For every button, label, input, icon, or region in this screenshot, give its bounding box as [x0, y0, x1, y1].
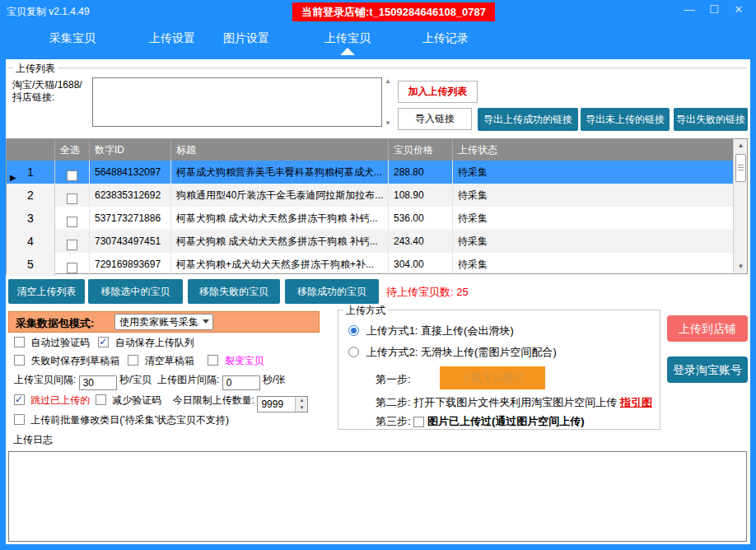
- cell-title: 柯基犬狗粮 成犬幼犬天然多拼冻干狗粮 补钙...: [171, 207, 389, 230]
- upload-method-group-label: 上传方式: [343, 304, 388, 318]
- tab-bar: 采集宝贝 上传设置 图片设置 上传宝贝 上传记录: [0, 23, 756, 59]
- row-number: 2: [7, 184, 55, 207]
- auto-captcha-label: 自动过验证码: [30, 337, 90, 348]
- row-number: 4: [7, 230, 55, 253]
- import-links-button[interactable]: 导入链接: [398, 108, 472, 130]
- scroll-up-icon[interactable]: ▲: [385, 77, 391, 85]
- link-label-line1: 淘宝/天猫/1688/: [12, 79, 82, 91]
- remove-failed-items-button[interactable]: 移除失败的宝贝: [188, 279, 280, 304]
- table-header: 全选 数字ID 标题 宝贝价格 上传状态: [7, 139, 734, 161]
- cell-id: 623835312692: [90, 184, 171, 207]
- links-input[interactable]: [92, 77, 382, 127]
- scrollbar-thumb[interactable]: [735, 154, 746, 182]
- spinner-up-icon[interactable]: ▲: [296, 397, 307, 404]
- row-checkbox[interactable]: [67, 240, 77, 250]
- save-draft-on-fail-checkbox[interactable]: [14, 355, 25, 366]
- scroll-down-icon[interactable]: ▼: [385, 119, 391, 127]
- upload-list-group-label: 上传列表: [13, 62, 58, 76]
- auto-captcha-checkbox[interactable]: [14, 337, 25, 347]
- auto-save-queue-checkbox[interactable]: [98, 337, 109, 347]
- login-taobao-button[interactable]: 登录淘宝账号: [667, 357, 748, 383]
- collect-mode-bar: 采集数据包模式: 使用卖家账号采集: [8, 311, 320, 333]
- method1-label: 上传方式1: 直接上传(会出滑块): [366, 324, 514, 337]
- export-not-uploaded-links-button[interactable]: 导出未上传的链接: [581, 108, 670, 131]
- fission-checkbox[interactable]: [208, 355, 218, 366]
- upload-log-area[interactable]: [8, 451, 747, 542]
- table-vertical-scrollbar[interactable]: ▲ ▼: [733, 139, 747, 273]
- clear-draft-checkbox[interactable]: [128, 355, 138, 366]
- app-title: 宝贝复制 v2.1.4.49: [7, 5, 90, 19]
- guide-image-link[interactable]: 指引图: [620, 396, 652, 408]
- download-images-button[interactable]: 下载宝贝图片: [440, 366, 545, 389]
- batch-modify-checkbox[interactable]: [14, 414, 25, 425]
- row-checkbox[interactable]: [67, 263, 77, 273]
- method2-label: 上传方式2: 无滑块上传(需图片空间配合): [366, 346, 557, 358]
- add-to-upload-list-button[interactable]: 加入上传列表: [398, 81, 478, 103]
- logged-in-shop-banner: 当前登录店铺:t_1509284646108_0787: [292, 2, 495, 21]
- remove-selected-items-button[interactable]: 移除选中的宝贝: [88, 279, 183, 304]
- cell-price: 108.90: [389, 184, 453, 207]
- upload-method-group: 上传方式 上传方式1: 直接上传(会出滑块) 上传方式2: 无滑块上传(需图片空…: [338, 310, 660, 430]
- daily-limit-stepper[interactable]: 9999 ▲▼: [257, 396, 308, 412]
- remove-success-items-button[interactable]: 移除成功的宝贝: [285, 279, 379, 304]
- step3-checkbox-label: 图片已上传过(通过图片空间上传): [427, 415, 585, 427]
- image-interval-input[interactable]: 0: [222, 375, 260, 390]
- tab-upload-records[interactable]: 上传记录: [422, 31, 469, 46]
- method-option-1: 上传方式1: 直接上传(会出滑块): [348, 324, 514, 338]
- spinner-arrows[interactable]: ▲▼: [295, 397, 307, 412]
- reduce-captcha-label: 减少验证码: [112, 394, 161, 406]
- export-failed-links-button[interactable]: 导出失败的链接: [674, 108, 748, 131]
- export-success-links-button[interactable]: 导出上传成功的链接: [478, 108, 578, 131]
- cell-id: 537173271886: [90, 207, 171, 230]
- method1-radio[interactable]: [348, 325, 359, 336]
- clear-draft-label: 清空草稿箱: [145, 355, 194, 366]
- row-checkbox[interactable]: [67, 170, 77, 181]
- row-checkbox[interactable]: [67, 193, 77, 204]
- minimize-icon[interactable]: —: [680, 2, 698, 18]
- item-interval-input[interactable]: 30: [79, 375, 117, 390]
- maximize-icon[interactable]: ☐: [705, 2, 723, 18]
- cell-title: 柯基犬狗粮 成犬幼犬天然多拼冻干狗粮 补钙...: [171, 230, 389, 253]
- table-row[interactable]: 3 537173271886 柯基犬狗粮 成犬幼犬天然多拼冻干狗粮 补钙... …: [7, 207, 734, 230]
- links-scrollbar[interactable]: ▲ ▼: [384, 77, 394, 127]
- step1-label: 第一步:: [376, 373, 411, 385]
- table-row[interactable]: 2 623835312692 狗粮通用型40斤装冻干金毛泰迪阿拉斯加拉布... …: [7, 184, 734, 207]
- tab-upload-items[interactable]: 上传宝贝: [324, 31, 371, 46]
- table-row[interactable]: 5 729169893697 柯基犬狗粮+成犬幼犬天然多拼冻干狗粮+补... 3…: [7, 253, 734, 276]
- clear-upload-list-button[interactable]: 清空上传列表: [8, 279, 85, 304]
- step3-label: 第三步:: [376, 415, 411, 427]
- pending-count-text: 待上传宝贝数: 25: [386, 285, 469, 300]
- skip-uploaded-checkbox[interactable]: [14, 394, 25, 405]
- upload-to-shop-button[interactable]: 上传到店铺: [667, 315, 748, 342]
- tab-upload-settings[interactable]: 上传设置: [149, 31, 195, 46]
- col-select-all[interactable]: 全选: [55, 139, 90, 161]
- collect-mode-dropdown[interactable]: 使用卖家账号采集: [114, 314, 213, 330]
- row-number: 3: [7, 207, 55, 230]
- cell-price: 288.80: [389, 161, 453, 184]
- row-checkbox[interactable]: [67, 217, 77, 227]
- tab-collect-items[interactable]: 采集宝贝: [49, 31, 96, 46]
- cell-title: 狗粮通用型40斤装冻干金毛泰迪阿拉斯加拉布...: [171, 184, 389, 207]
- spinner-down-icon[interactable]: ▼: [296, 404, 307, 412]
- chevron-down-icon: [203, 319, 209, 324]
- row-checkbox-cell: [55, 253, 90, 276]
- daily-limit-value: 9999: [258, 399, 283, 410]
- tab-image-settings[interactable]: 图片设置: [223, 31, 269, 46]
- close-icon[interactable]: ✕: [730, 2, 748, 18]
- cell-title: 柯基犬狗粮+成犬幼犬天然多拼冻干狗粮+补...: [171, 253, 389, 276]
- image-interval-unit: 秒/张: [263, 374, 285, 385]
- app-window: 宝贝复制 v2.1.4.49 当前登录店铺:t_1509284646108_07…: [0, 0, 756, 550]
- scroll-down-icon[interactable]: ▼: [734, 260, 748, 273]
- cell-price: 243.40: [389, 230, 453, 253]
- method2-radio[interactable]: [348, 347, 359, 357]
- reduce-captcha-checkbox[interactable]: [96, 394, 106, 405]
- scroll-up-icon[interactable]: ▲: [734, 139, 748, 152]
- save-draft-on-fail-label: 失败时保存到草稿箱: [30, 355, 119, 366]
- table-row[interactable]: ▶1 564884132097 柯基成犬狗粮营养美毛丰臀科基狗粮柯基成犬... …: [7, 161, 734, 184]
- table-row[interactable]: 4 730743497451 柯基犬狗粮 成犬幼犬天然多拼冻干狗粮 补钙... …: [7, 230, 734, 253]
- title-bar: 宝贝复制 v2.1.4.49 当前登录店铺:t_1509284646108_07…: [0, 0, 756, 23]
- images-uploaded-checkbox[interactable]: [413, 417, 424, 427]
- items-table: 全选 数字ID 标题 宝贝价格 上传状态 ▶1 564884132097 柯基成…: [6, 138, 748, 274]
- cell-title: 柯基成犬狗粮营养美毛丰臀科基狗粮柯基成犬...: [171, 161, 389, 184]
- upload-log-label: 上传日志: [11, 433, 55, 447]
